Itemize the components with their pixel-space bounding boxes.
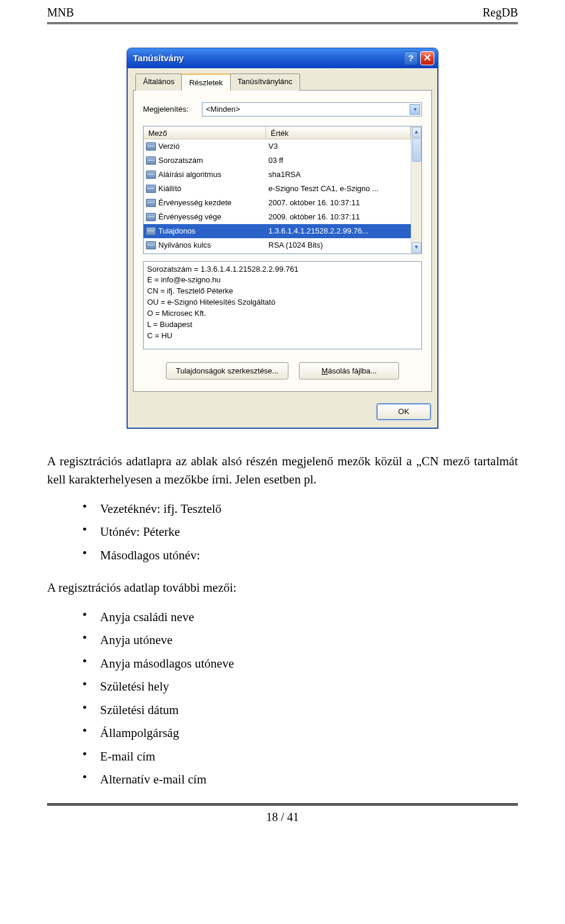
list-row[interactable]: Érvényesség vége2009. október 16. 10:37:… (144, 210, 411, 224)
bullet-list-1: Vezetéknév: ifj. TesztelőUtónév: Péterke… (82, 500, 518, 565)
row-field: Érvényesség vége (158, 211, 221, 223)
row-value: RSA (1024 Bits) (266, 239, 411, 251)
page-footer: 18 / 41 (47, 803, 518, 826)
copy-to-file-button[interactable]: Másolás fájlba... (299, 362, 399, 380)
certificate-dialog: Tanúsítvány ? ✕ Általános Részletek Tanú… (127, 48, 438, 429)
dialog-screenshot: Tanúsítvány ? ✕ Általános Részletek Tanú… (47, 48, 518, 429)
row-field: Verzió (158, 141, 180, 152)
list-row[interactable]: VerzióV3 (144, 139, 411, 154)
close-button[interactable]: ✕ (420, 51, 434, 65)
row-field: Tulajdonos (158, 225, 195, 237)
row-value: V3 (266, 141, 411, 152)
field-icon (146, 213, 156, 221)
list-item: Születési dátum (82, 701, 518, 720)
col-value[interactable]: Érték (266, 126, 411, 139)
list-item: E-mail cím (82, 748, 518, 766)
tab-general[interactable]: Általános (135, 74, 182, 91)
row-value: 1.3.6.1.4.1.21528.2.2.99.76... (266, 225, 411, 237)
window-title: Tanúsítvány (133, 52, 401, 65)
tab-panel-details: Megjelenítés: <Minden> ▾ Mező Érték (133, 90, 432, 392)
listview-header: Mező Érték (144, 126, 411, 139)
tab-chain[interactable]: Tanúsítványlánc (230, 74, 300, 91)
help-button[interactable]: ? (404, 51, 418, 65)
list-row[interactable]: Tulajdonos1.3.6.1.4.1.21528.2.2.99.76... (144, 224, 411, 238)
tab-strip: Általános Részletek Tanúsítványlánc (133, 73, 432, 90)
titlebar: Tanúsítvány ? ✕ (127, 48, 438, 68)
list-item: Vezetéknév: ifj. Tesztelő (82, 500, 518, 519)
list-item: Születési hely (82, 678, 518, 696)
field-icon (146, 171, 156, 179)
list-item: Anyja utóneve (82, 631, 518, 650)
list-item: Másodlagos utónév: (82, 546, 518, 565)
row-value: e-Szigno Teszt CA1, e-Szigno ... (266, 183, 411, 195)
bullet-list-2: Anyja családi neveAnyja utóneveAnyja más… (82, 608, 518, 789)
row-field: Aláírási algoritmus (158, 169, 221, 181)
list-row[interactable]: Nyilvános kulcsRSA (1024 Bits) (144, 238, 411, 252)
list-row[interactable]: Érvényesség kezdete2007. október 16. 10:… (144, 196, 411, 210)
edit-properties-button[interactable]: Tulajdonságok szerkesztése... (166, 362, 288, 380)
row-field: Kiállító (158, 183, 181, 195)
display-dropdown[interactable]: <Minden> ▾ (202, 102, 422, 116)
field-icon (146, 227, 156, 235)
list-item: Anyja családi neve (82, 608, 518, 627)
header-left: MNB (47, 4, 74, 21)
scroll-thumb[interactable] (412, 138, 421, 162)
col-field[interactable]: Mező (144, 126, 266, 139)
ok-button[interactable]: OK (377, 403, 431, 420)
field-icon (146, 199, 156, 207)
list-item: Anyja másodlagos utóneve (82, 655, 518, 673)
list-item: Utónév: Péterke (82, 523, 518, 542)
field-listview[interactable]: Mező Érték VerzióV3Sorozatszám03 ffAláír… (143, 126, 422, 254)
row-field: Érvényesség kezdete (158, 197, 231, 209)
row-value: sha1RSA (266, 169, 411, 181)
scrollbar[interactable]: ▲ ▼ (411, 126, 421, 253)
list-row[interactable]: Aláírási algoritmussha1RSA (144, 168, 411, 182)
chevron-down-icon: ▾ (410, 104, 420, 115)
field-icon (146, 156, 156, 165)
field-icon (146, 142, 156, 151)
list-row[interactable]: Kiállítóe-Szigno Teszt CA1, e-Szigno ... (144, 182, 411, 196)
row-value: 03 ff (266, 155, 411, 166)
tab-details[interactable]: Részletek (181, 74, 230, 91)
row-field: Nyilvános kulcs (158, 239, 211, 251)
header-right: RegDB (483, 4, 518, 21)
scroll-down-icon[interactable]: ▼ (412, 242, 421, 253)
page-header: MNB RegDB (47, 0, 518, 24)
row-value: 2007. október 16. 10:37:11 (266, 197, 411, 209)
page-number: 18 / 41 (47, 808, 518, 826)
detail-textbox[interactable]: Sorozatszám = 1.3.6.1.4.1.21528.2.2.99.7… (143, 261, 422, 349)
paragraph-1: A regisztrációs adatlapra az ablak alsó … (47, 452, 518, 489)
row-value: 2009. október 16. 10:37:11 (266, 211, 411, 223)
list-row[interactable]: Sorozatszám03 ff (144, 154, 411, 168)
row-field: Sorozatszám (158, 155, 203, 166)
display-value: <Minden> (206, 104, 240, 115)
list-item: Alternatív e-mail cím (82, 770, 518, 789)
display-label: Megjelenítés: (143, 104, 202, 115)
paragraph-2: A regisztrációs adatlap további mezői: (47, 579, 518, 598)
scroll-up-icon[interactable]: ▲ (412, 127, 421, 138)
list-item: Állampolgárság (82, 724, 518, 743)
field-icon (146, 241, 156, 249)
field-icon (146, 185, 156, 193)
